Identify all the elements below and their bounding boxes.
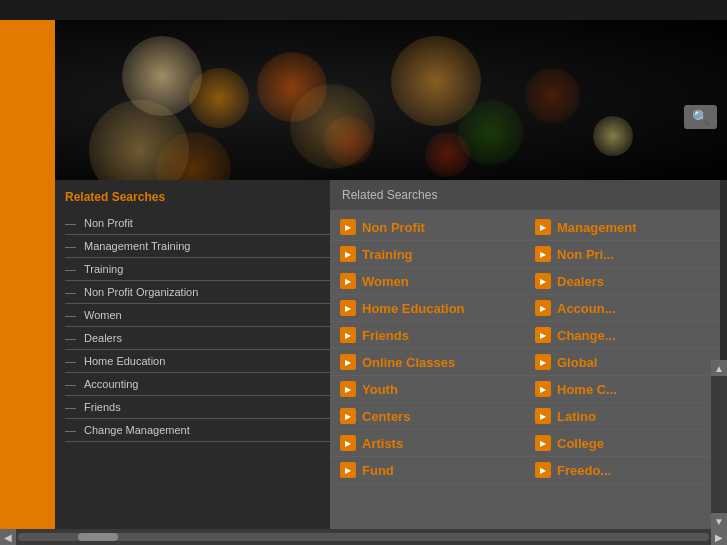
related-item[interactable]: Online Classes [330, 349, 525, 376]
related-arrow-icon [340, 462, 356, 478]
scrollbar-track [18, 533, 709, 541]
related-item[interactable]: Training [330, 241, 525, 268]
related-item[interactable]: Home C... [525, 376, 720, 403]
related-arrow-icon [535, 408, 551, 424]
related-item[interactable]: Friends [330, 322, 525, 349]
header-area: 🔍 [0, 20, 727, 180]
related-item[interactable]: Non Pri... [525, 241, 720, 268]
related-item[interactable]: Dealers [525, 268, 720, 295]
related-arrow-icon [340, 300, 356, 316]
arrow-icon: — [65, 332, 76, 344]
horizontal-scrollbar[interactable]: ◀ ▶ [0, 529, 727, 545]
related-item[interactable]: Home Education [330, 295, 525, 322]
related-arrow-icon [535, 381, 551, 397]
related-searches-header: Related Searches [330, 180, 720, 210]
related-item[interactable]: Global [525, 349, 720, 376]
related-item[interactable]: Change... [525, 322, 720, 349]
arrow-icon: — [65, 401, 76, 413]
arrow-icon: — [65, 424, 76, 436]
search-icon: 🔍 [692, 109, 709, 125]
related-searches-grid: Non Profit Management Training Non Pri..… [330, 210, 720, 488]
header-image: 🔍 [55, 20, 727, 180]
related-item[interactable]: Non Profit [330, 214, 525, 241]
arrow-icon: — [65, 217, 76, 229]
scroll-up-button[interactable]: ▲ [711, 360, 727, 376]
related-item[interactable]: Youth [330, 376, 525, 403]
main-area: Related Searches — Non Profit — Manageme… [0, 180, 727, 545]
arrow-icon: — [65, 286, 76, 298]
arrow-icon: — [65, 263, 76, 275]
arrow-icon: — [65, 240, 76, 252]
bokeh-background [55, 20, 727, 180]
scrollbar-thumb[interactable] [78, 533, 118, 541]
related-item[interactable]: Women [330, 268, 525, 295]
orange-accent-top [0, 20, 55, 180]
related-arrow-icon [340, 273, 356, 289]
related-item[interactable]: Artists [330, 430, 525, 457]
related-item[interactable]: Accoun... [525, 295, 720, 322]
related-searches-panel: Related Searches Non Profit Management T… [330, 180, 720, 545]
vertical-scrollbar[interactable]: ▲ ▼ [711, 360, 727, 529]
related-item[interactable]: College [525, 430, 720, 457]
related-arrow-icon [340, 381, 356, 397]
related-arrow-icon [535, 435, 551, 451]
related-item[interactable]: Management [525, 214, 720, 241]
arrow-icon: — [65, 309, 76, 321]
scroll-left-button[interactable]: ◀ [0, 529, 16, 545]
related-arrow-icon [340, 327, 356, 343]
related-arrow-icon [535, 327, 551, 343]
related-item[interactable]: Freedo... [525, 457, 720, 484]
related-arrow-icon [340, 408, 356, 424]
related-arrow-icon [535, 354, 551, 370]
related-arrow-icon [340, 354, 356, 370]
related-item[interactable]: Fund [330, 457, 525, 484]
related-arrow-icon [535, 246, 551, 262]
related-arrow-icon [340, 435, 356, 451]
related-arrow-icon [535, 273, 551, 289]
related-arrow-icon [340, 246, 356, 262]
scroll-right-button[interactable]: ▶ [711, 529, 727, 545]
arrow-icon: — [65, 355, 76, 367]
arrow-icon: — [65, 378, 76, 390]
related-item[interactable]: Centers [330, 403, 525, 430]
related-arrow-icon [535, 219, 551, 235]
related-item[interactable]: Latino [525, 403, 720, 430]
scroll-down-button[interactable]: ▼ [711, 513, 727, 529]
search-area[interactable]: 🔍 [684, 105, 717, 129]
related-arrow-icon [340, 219, 356, 235]
related-arrow-icon [535, 462, 551, 478]
top-bar [0, 0, 727, 20]
related-arrow-icon [535, 300, 551, 316]
